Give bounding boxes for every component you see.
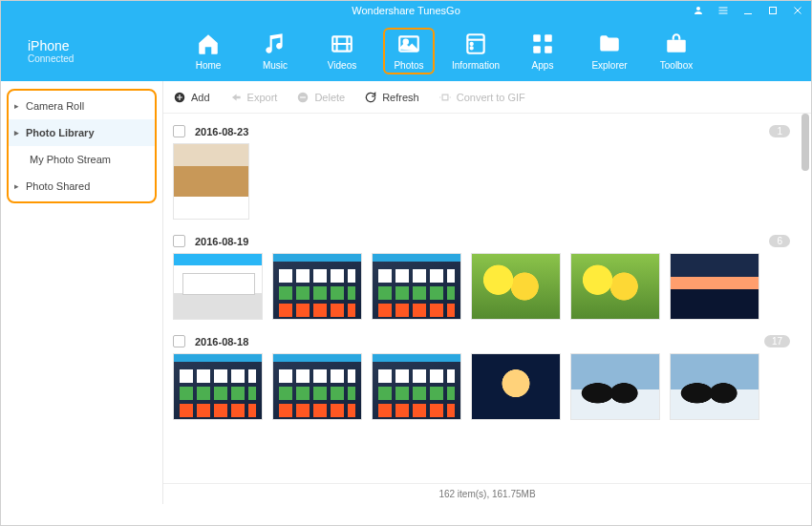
- photo-thumb[interactable]: [471, 253, 561, 320]
- group-date: 2016-08-18: [195, 336, 248, 347]
- photo-thumb[interactable]: [272, 253, 362, 320]
- svg-rect-15: [545, 34, 552, 42]
- photo-thumb[interactable]: [670, 253, 759, 320]
- tab-home[interactable]: Home: [182, 28, 234, 74]
- group-header: 2016-08-18 17: [173, 329, 801, 353]
- device-name: iPhone: [28, 38, 74, 53]
- maximize-button[interactable]: [767, 5, 779, 16]
- app-title: Wondershare TunesGo: [352, 5, 460, 16]
- device-status: Connected: [28, 53, 74, 64]
- status-text: 162 item(s), 161.75MB: [438, 489, 535, 499]
- device-info[interactable]: iPhone Connected: [1, 38, 163, 64]
- photo-content: 2016-08-23 1 2016-08-19 6 201: [163, 114, 811, 483]
- convert-gif-button[interactable]: Convert to GIF: [438, 91, 525, 104]
- sidebar-item-photo-library[interactable]: ▸ Photo Library: [9, 119, 155, 146]
- group-checkbox[interactable]: [173, 125, 185, 137]
- caret-icon: ▸: [14, 101, 22, 111]
- svg-point-0: [696, 7, 700, 11]
- sidebar-item-camera-roll[interactable]: ▸ Camera Roll: [9, 93, 155, 119]
- tab-information[interactable]: Information: [450, 28, 502, 74]
- photo-thumb[interactable]: [173, 353, 263, 420]
- tab-explorer[interactable]: Explorer: [584, 28, 635, 74]
- statusbar: 162 item(s), 161.75MB: [163, 483, 811, 504]
- group-header: 2016-08-19 6: [173, 229, 801, 253]
- sidebar: ▸ Camera Roll ▸ Photo Library My Photo S…: [1, 81, 163, 504]
- photo-thumb[interactable]: [173, 143, 249, 220]
- caret-icon: ▸: [14, 181, 22, 191]
- caret-icon: ▸: [14, 128, 22, 137]
- group-checkbox[interactable]: [173, 335, 185, 347]
- window-controls: [693, 1, 803, 20]
- titlebar: Wondershare TunesGo: [1, 1, 811, 20]
- user-icon[interactable]: [693, 5, 704, 16]
- photo-thumb[interactable]: [372, 253, 461, 320]
- svg-rect-3: [719, 13, 728, 14]
- svg-rect-14: [533, 34, 541, 42]
- svg-rect-17: [545, 46, 552, 53]
- svg-rect-16: [533, 46, 541, 53]
- photo-thumb[interactable]: [670, 353, 759, 420]
- svg-rect-5: [770, 8, 777, 14]
- tab-photos[interactable]: Photos: [383, 28, 435, 74]
- svg-point-13: [471, 47, 473, 49]
- delete-button[interactable]: Delete: [296, 91, 345, 104]
- header: iPhone Connected Home Music Videos Photo…: [1, 20, 811, 81]
- photo-thumb[interactable]: [272, 353, 362, 420]
- svg-point-12: [471, 42, 473, 44]
- toolbar: Add Export Delete Refresh Convert to GIF: [163, 81, 811, 114]
- group-header: 2016-08-23 1: [173, 119, 801, 143]
- export-button[interactable]: Export: [229, 91, 278, 104]
- photo-thumb[interactable]: [173, 253, 263, 320]
- menu-icon[interactable]: [717, 5, 729, 16]
- photo-thumb[interactable]: [570, 353, 660, 420]
- group-date: 2016-08-19: [195, 236, 248, 247]
- group-count-badge: 1: [769, 125, 790, 137]
- tab-music[interactable]: Music: [249, 28, 301, 74]
- add-button[interactable]: Add: [173, 91, 210, 104]
- refresh-button[interactable]: Refresh: [364, 91, 419, 104]
- photo-thumb[interactable]: [570, 253, 660, 320]
- tab-videos[interactable]: Videos: [316, 28, 368, 74]
- svg-rect-2: [719, 11, 728, 11]
- group-checkbox[interactable]: [173, 235, 185, 247]
- svg-rect-1: [719, 8, 728, 9]
- photo-thumb[interactable]: [471, 353, 561, 420]
- tab-toolbox[interactable]: Toolbox: [651, 28, 702, 74]
- minimize-button[interactable]: [742, 5, 754, 16]
- tab-apps[interactable]: Apps: [517, 28, 568, 74]
- main-tabs: Home Music Videos Photos Information App…: [182, 28, 702, 74]
- group-date: 2016-08-23: [195, 126, 248, 137]
- svg-rect-21: [300, 96, 306, 97]
- close-button[interactable]: [792, 5, 803, 16]
- svg-rect-18: [667, 39, 686, 52]
- sidebar-item-my-photo-stream[interactable]: My Photo Stream: [9, 146, 155, 173]
- sidebar-highlight-group: ▸ Camera Roll ▸ Photo Library My Photo S…: [7, 89, 157, 203]
- sidebar-item-photo-shared[interactable]: ▸ Photo Shared: [9, 173, 155, 200]
- main-panel: Add Export Delete Refresh Convert to GIF: [163, 81, 811, 504]
- photo-thumb[interactable]: [372, 353, 461, 420]
- group-count-badge: 17: [764, 335, 790, 347]
- group-count-badge: 6: [769, 235, 790, 247]
- scrollbar[interactable]: [801, 114, 809, 171]
- svg-rect-4: [744, 13, 752, 14]
